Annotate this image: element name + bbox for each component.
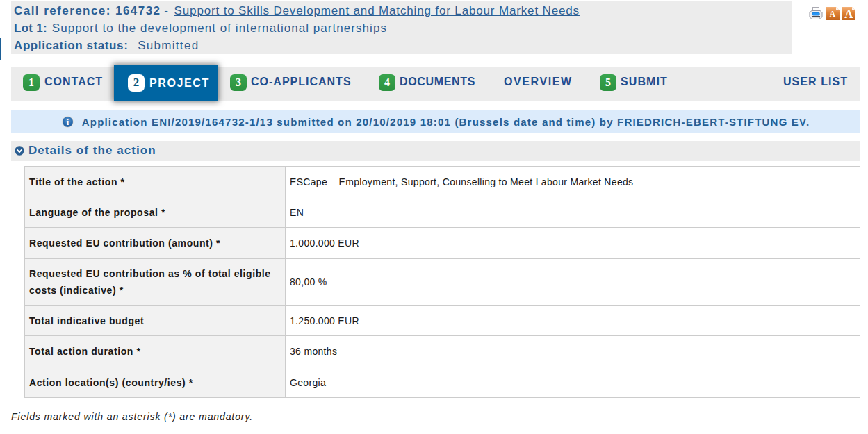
svg-text:A: A [830, 10, 836, 18]
svg-text:i: i [66, 117, 69, 127]
svg-text:A: A [844, 8, 853, 21]
